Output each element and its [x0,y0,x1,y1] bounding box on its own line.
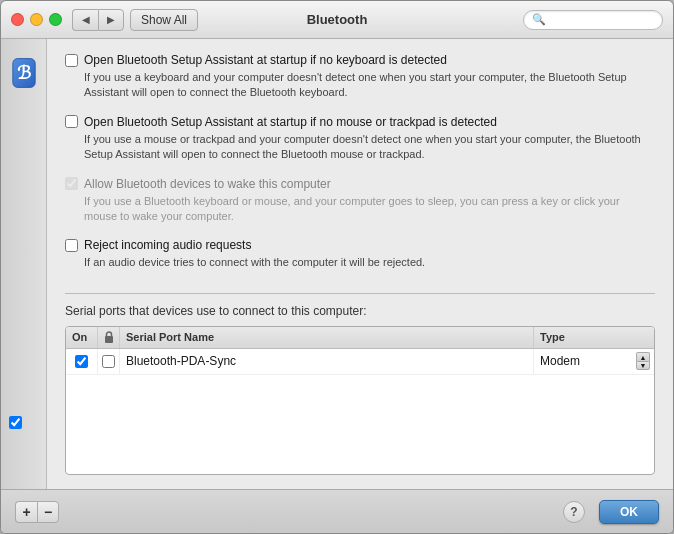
serial-ports-label: Serial ports that devices use to connect… [65,304,655,318]
bluetooth-icon-container: ℬ [4,53,44,93]
sidebar: ℬ [1,39,47,489]
row-lock-checkbox[interactable] [102,355,115,368]
forward-button[interactable]: ▶ [98,9,124,31]
row-type-value: Modem [540,354,580,368]
row-on-cell [66,349,98,374]
ok-button[interactable]: OK [599,500,659,524]
minimize-button[interactable] [30,13,43,26]
option-wake-title: Allow Bluetooth devices to wake this com… [84,177,331,191]
svg-text:ℬ: ℬ [17,63,31,83]
stepper-down[interactable]: ▼ [636,361,650,370]
type-stepper[interactable]: ▲ ▼ [636,352,650,370]
option-wake-desc: If you use a Bluetooth keyboard or mouse… [65,194,655,225]
table-header: On Serial Port Name Type [66,327,654,349]
option-keyboard: Open Bluetooth Setup Assistant at startu… [65,53,655,101]
close-button[interactable] [11,13,24,26]
back-button[interactable]: ◀ [72,9,98,31]
checkbox-audio[interactable] [65,239,78,252]
col-header-on: On [66,327,98,348]
bottom-bar: + − ? OK [1,489,673,533]
svg-rect-2 [105,336,113,343]
main-window: ◀ ▶ Show All Bluetooth 🔍 [0,0,674,534]
checkbox-keyboard[interactable] [65,54,78,67]
divider [65,293,655,294]
titlebar: ◀ ▶ Show All Bluetooth 🔍 [1,1,673,39]
option-wake-label: Allow Bluetooth devices to wake this com… [65,177,655,191]
nav-buttons: ◀ ▶ [72,9,124,31]
option-keyboard-label: Open Bluetooth Setup Assistant at startu… [65,53,655,67]
row-lock-cell [98,349,120,374]
sidebar-checkbox[interactable] [9,416,22,429]
content-area: ℬ Open Bluetooth Setup Assistant at star… [1,39,673,489]
option-keyboard-desc: If you use a keyboard and your computer … [65,70,655,101]
option-mouse-title: Open Bluetooth Setup Assistant at startu… [84,115,497,129]
row-on-checkbox[interactable] [75,355,88,368]
stepper-up[interactable]: ▲ [636,352,650,361]
search-input[interactable] [550,13,654,27]
bluetooth-icon: ℬ [8,57,40,89]
search-icon: 🔍 [532,13,546,26]
main-panel: Open Bluetooth Setup Assistant at startu… [47,39,673,489]
maximize-button[interactable] [49,13,62,26]
traffic-lights [11,13,62,26]
col-header-lock [98,327,120,348]
search-box[interactable]: 🔍 [523,10,663,30]
show-all-button[interactable]: Show All [130,9,198,31]
add-button[interactable]: + [15,501,37,523]
serial-ports-table: On Serial Port Name Type [65,326,655,475]
option-wake: Allow Bluetooth devices to wake this com… [65,177,655,225]
option-mouse: Open Bluetooth Setup Assistant at startu… [65,115,655,163]
window-title: Bluetooth [307,12,368,27]
option-keyboard-title: Open Bluetooth Setup Assistant at startu… [84,53,447,67]
row-type-cell: Modem ▲ ▼ [534,349,654,374]
option-audio-desc: If an audio device tries to connect with… [65,255,655,270]
option-audio-title: Reject incoming audio requests [84,238,251,252]
lock-icon [104,331,114,343]
option-audio: Reject incoming audio requests If an aud… [65,238,655,270]
option-mouse-label: Open Bluetooth Setup Assistant at startu… [65,115,655,129]
add-remove-buttons: + − [15,501,59,523]
remove-button[interactable]: − [37,501,59,523]
table-row[interactable]: Bluetooth-PDA-Sync Modem ▲ ▼ [66,349,654,375]
col-header-type: Type [534,327,654,348]
option-mouse-desc: If you use a mouse or trackpad and your … [65,132,655,163]
row-name-cell: Bluetooth-PDA-Sync [120,349,534,374]
option-audio-label: Reject incoming audio requests [65,238,655,252]
checkbox-wake[interactable] [65,177,78,190]
checkbox-mouse[interactable] [65,115,78,128]
col-header-name: Serial Port Name [120,327,534,348]
help-button[interactable]: ? [563,501,585,523]
